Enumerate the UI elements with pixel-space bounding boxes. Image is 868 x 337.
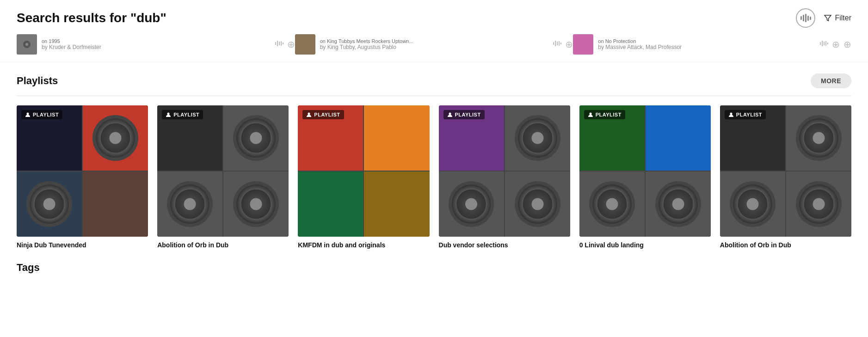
art-cell [646,172,711,237]
vinyl-disc [589,181,635,227]
badge-label: PLAYLIST [33,112,59,117]
art-cell [439,172,504,237]
person-icon [25,112,31,117]
track-by: by Kruder & Dorfmeister [42,44,271,50]
track-info: on No Protection by Massive Attack, Mad … [598,38,815,50]
tags-section: Tags [0,249,868,274]
more-button[interactable]: MORE [811,74,851,88]
badge-label: PLAYLIST [314,112,340,117]
svg-rect-16 [827,43,828,44]
playlist-artwork: PLAYLIST [298,105,429,237]
svg-rect-8 [555,41,556,46]
person-icon [166,112,171,117]
playlist-card[interactable]: PLAYLIST 0 Linival dub landing [579,105,711,249]
playlist-artwork: PLAYLIST [157,105,289,237]
playlist-name: KMFDM in dub and originals [298,241,429,249]
svg-point-21 [589,113,591,115]
header-actions: Filter [796,8,851,28]
svg-rect-4 [279,42,280,45]
svg-rect-12 [820,42,821,45]
svg-rect-3 [277,41,278,46]
playlist-card[interactable]: PLAYLIST Abolition of Orb in Dub [157,105,289,249]
playlist-card[interactable]: PLAYLIST KMFDM in dub and originals [298,105,429,249]
svg-rect-10 [559,41,560,46]
page-title: Search results for "dub" [17,11,166,25]
tags-title: Tags [17,262,851,274]
svg-point-18 [167,113,170,115]
waveform-button[interactable] [796,8,815,28]
svg-rect-14 [824,42,825,45]
playlists-section: Playlists MORE PLAYLIST Ninja Dub Tuneve [0,62,868,249]
vinyl-disc [796,115,842,161]
track-item[interactable]: on 1995 by Kruder & Dorfmeister ⊕ [17,32,295,56]
track-actions: ⊕ [275,39,295,50]
svg-rect-9 [557,42,558,45]
art-cell [157,172,222,237]
filter-button[interactable]: Filter [824,14,851,22]
track-by: by King Tubby, Augustus Pablo [320,44,549,50]
waveform-action-icon[interactable] [553,40,561,49]
badge-label: PLAYLIST [455,112,481,117]
more-action-icon[interactable]: ⊕ [843,39,851,50]
playlist-card[interactable]: PLAYLIST Ninja Dub Tunevended [17,105,148,249]
svg-rect-13 [822,41,823,46]
top-tracks-row: on 1995 by Kruder & Dorfmeister ⊕ on Kin… [0,32,868,62]
playlist-grid: PLAYLIST Ninja Dub Tunevended [17,105,851,249]
add-action-icon[interactable]: ⊕ [287,39,295,50]
svg-rect-2 [275,42,276,45]
art-cell [720,172,785,237]
art-cell [505,105,570,171]
funnel-icon [824,14,832,22]
section-header: Playlists MORE [17,74,851,88]
track-on: on No Protection [598,38,815,44]
vinyl-disc [26,181,72,227]
vinyl-disc [655,181,701,227]
art-cell [223,105,289,171]
art-cell [298,172,363,237]
add-action-icon[interactable]: ⊕ [565,39,573,50]
add-action-icon[interactable]: ⊕ [832,39,840,50]
waveform-action-icon[interactable] [275,40,283,49]
section-divider [17,96,851,96]
page-header: Search results for "dub" Filter [0,0,868,32]
track-item[interactable]: on King Tubbys Meets Rockers Uptown... b… [295,32,573,56]
playlist-badge: PLAYLIST [725,110,766,119]
playlist-artwork: PLAYLIST [720,105,851,237]
vinyl-disc [233,181,279,227]
art-cell [17,172,82,237]
track-thumbnail [17,34,37,55]
art-cell [83,105,148,171]
track-info: on 1995 by Kruder & Dorfmeister [42,38,271,50]
playlist-badge: PLAYLIST [21,110,62,119]
track-item[interactable]: on No Protection by Massive Attack, Mad … [573,32,851,56]
playlist-card[interactable]: PLAYLIST Abolition of Orb in Dub [720,105,851,249]
playlist-name: Ninja Dub Tunevended [17,241,148,249]
art-cell [786,172,851,237]
track-thumbnail [295,34,315,55]
track-actions: ⊕ ⊕ [820,39,851,50]
vinyl-disc [796,181,842,227]
playlist-name: Abolition of Orb in Dub [157,241,289,249]
playlist-card[interactable]: PLAYLIST Dub vendor selections [439,105,570,249]
waveform-action-icon[interactable] [820,40,828,49]
track-thumbnail [573,34,593,55]
person-icon [728,112,734,117]
playlist-artwork: PLAYLIST [17,105,148,237]
art-cell [505,172,570,237]
svg-rect-11 [560,43,561,44]
svg-point-1 [25,43,28,46]
person-icon [306,112,312,117]
svg-rect-6 [283,43,283,44]
filter-label: Filter [835,14,851,22]
svg-rect-5 [281,41,282,46]
playlist-badge: PLAYLIST [162,110,203,119]
art-cell [223,172,289,237]
track-actions: ⊕ [553,39,573,50]
svg-rect-7 [553,42,554,45]
track-by: by Massive Attack, Mad Professor [598,44,815,50]
svg-rect-15 [825,41,826,46]
playlist-badge: PLAYLIST [443,110,485,119]
playlist-name: Abolition of Orb in Dub [720,241,851,249]
vinyl-disc [515,115,560,161]
track-on: on 1995 [42,38,271,44]
